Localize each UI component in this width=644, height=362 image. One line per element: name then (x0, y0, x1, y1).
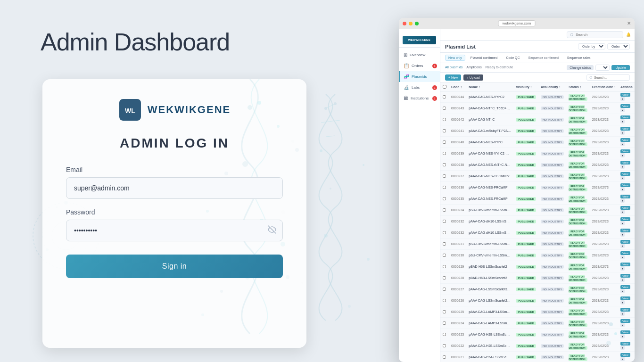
new-button[interactable]: + New (445, 74, 461, 81)
row-chevron[interactable]: ▾ (620, 323, 625, 327)
col-availability[interactable]: Availability ↕ (538, 83, 566, 91)
password-input[interactable] (66, 220, 283, 241)
row-checkbox[interactable] (443, 174, 446, 178)
row-checkbox[interactable] (443, 242, 446, 246)
row-chevron[interactable]: ▾ (620, 266, 625, 271)
table-search[interactable] (586, 74, 630, 81)
filter-tab-new-only[interactable]: New only (445, 55, 465, 61)
toggle-password-icon[interactable] (268, 225, 276, 236)
row-checkbox[interactable] (443, 265, 446, 268)
view-button[interactable]: View (620, 285, 630, 289)
row-chevron[interactable]: ▾ (620, 176, 625, 180)
view-button[interactable]: View (620, 206, 630, 210)
row-checkbox[interactable] (443, 118, 446, 121)
view-button[interactable]: View (620, 138, 630, 142)
sidebar-item-plasmids[interactable]: 🧬 Plasmids (399, 71, 440, 82)
change-status-select[interactable] (595, 65, 610, 71)
col-status[interactable]: Status ↕ (566, 83, 590, 91)
order-by-select[interactable]: Order by (578, 43, 605, 49)
row-chevron[interactable]: ▾ (620, 244, 625, 248)
view-button[interactable]: View (620, 251, 630, 255)
row-chevron[interactable]: ▾ (620, 300, 625, 304)
row-checkbox[interactable] (443, 129, 446, 132)
row-chevron[interactable]: ▾ (620, 187, 625, 191)
filter-tab-plasmid-confirmed[interactable]: Plasmid confirmed (467, 55, 501, 61)
sidebar-item-overview[interactable]: ⊞ Overview (399, 49, 440, 60)
row-checkbox[interactable] (443, 208, 446, 212)
row-chevron[interactable]: ▾ (620, 357, 625, 361)
row-chevron[interactable]: ▾ (620, 334, 625, 338)
subtab-all-plasmids[interactable]: All plasmids (445, 66, 462, 70)
row-chevron[interactable]: ▾ (620, 346, 625, 350)
view-button[interactable]: View (620, 183, 630, 187)
row-checkbox[interactable] (443, 299, 446, 302)
row-checkbox[interactable] (443, 355, 446, 359)
row-chevron[interactable]: ▾ (620, 97, 625, 101)
window-close-button[interactable]: ✕ (627, 21, 631, 26)
view-button[interactable]: View (620, 195, 630, 198)
view-button[interactable]: View (620, 240, 630, 244)
notification-icon[interactable]: 🔔 (626, 33, 631, 37)
row-checkbox[interactable] (443, 288, 446, 291)
filter-tab-sequence-confirmed[interactable]: Sequence confirmed (525, 55, 562, 61)
row-chevron[interactable]: ▾ (620, 312, 625, 316)
window-expand-dot[interactable] (415, 22, 419, 25)
row-checkbox[interactable] (443, 186, 446, 189)
order-select[interactable]: Order (607, 43, 630, 49)
col-creation-date[interactable]: Creation date ↕ (590, 83, 618, 91)
update-button[interactable]: Update (611, 65, 630, 70)
col-visibility[interactable]: Visibility ↕ (513, 83, 538, 91)
row-chevron[interactable]: ▾ (620, 221, 625, 225)
select-all-checkbox[interactable] (443, 85, 446, 89)
row-checkbox[interactable] (443, 140, 446, 144)
email-input[interactable] (66, 177, 283, 199)
row-checkbox[interactable] (443, 107, 446, 110)
row-chevron[interactable]: ▾ (620, 232, 625, 237)
view-button[interactable]: View (620, 274, 630, 278)
row-checkbox[interactable] (443, 333, 446, 336)
view-button[interactable]: View (620, 296, 630, 300)
col-code[interactable]: Code ↕ (449, 83, 466, 91)
view-button[interactable]: View (620, 161, 630, 165)
view-button[interactable]: View (620, 319, 630, 323)
view-button[interactable]: View (620, 104, 630, 108)
search-bar[interactable] (567, 31, 623, 38)
row-checkbox[interactable] (443, 231, 446, 234)
col-name[interactable]: Name ↕ (466, 83, 513, 91)
row-checkbox[interactable] (443, 321, 446, 325)
row-chevron[interactable]: ▾ (620, 255, 625, 259)
row-checkbox[interactable] (443, 276, 446, 280)
table-search-input[interactable] (594, 76, 627, 79)
view-button[interactable]: View (620, 353, 630, 357)
row-checkbox[interactable] (443, 220, 446, 223)
view-button[interactable]: View (620, 308, 630, 312)
view-button[interactable]: View (620, 127, 630, 131)
row-chevron[interactable]: ▾ (620, 278, 625, 282)
top-search-input[interactable] (576, 33, 613, 37)
subtab-amplicons[interactable]: Amplicons (466, 66, 481, 70)
view-button[interactable]: View (620, 330, 630, 334)
row-chevron[interactable]: ▾ (620, 142, 625, 146)
view-button[interactable]: View (620, 217, 630, 221)
row-chevron[interactable]: ▾ (620, 108, 625, 112)
view-button[interactable]: View (620, 172, 630, 176)
row-checkbox[interactable] (443, 254, 446, 257)
view-button[interactable]: View (620, 93, 630, 97)
row-chevron[interactable]: ▾ (620, 165, 625, 169)
row-checkbox[interactable] (443, 344, 446, 347)
row-chevron[interactable]: ▾ (620, 210, 625, 214)
subtab-ready-to-distribute[interactable]: Ready to distribute (486, 66, 513, 70)
change-status-button[interactable]: Change status (567, 65, 594, 70)
row-chevron[interactable]: ▾ (620, 289, 625, 293)
view-button[interactable]: View (620, 229, 630, 232)
row-chevron[interactable]: ▾ (620, 153, 625, 157)
window-minimize-dot[interactable] (409, 22, 413, 25)
row-chevron[interactable]: ▾ (620, 119, 625, 123)
row-chevron[interactable]: ▾ (620, 198, 625, 203)
filter-tab-code-qc[interactable]: Code QC (503, 55, 523, 61)
sidebar-item-labs[interactable]: 🔬 Labs 1 (399, 82, 440, 93)
view-button[interactable]: View (620, 263, 630, 266)
row-checkbox[interactable] (443, 163, 446, 166)
sidebar-item-orders[interactable]: 📋 Orders 1 (399, 60, 440, 71)
row-checkbox[interactable] (443, 197, 446, 200)
